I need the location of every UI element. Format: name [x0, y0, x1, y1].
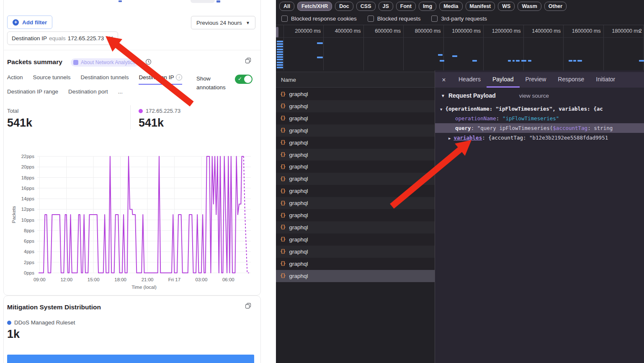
- filter-chip[interactable]: Destination IP equals 172.65.225.73 ✕: [7, 31, 118, 45]
- network-request-row[interactable]: {}graphql: [276, 161, 435, 173]
- detail-tab-payload[interactable]: Payload: [487, 72, 520, 88]
- timeseries-line-dashed: [244, 156, 249, 273]
- timeline-tick-label: 400000 ms: [335, 28, 361, 34]
- json-braces-icon: {}: [280, 236, 285, 242]
- filter-pill-js[interactable]: JS: [379, 2, 393, 11]
- network-request-row[interactable]: {}graphql: [276, 100, 435, 112]
- filter-pill-fetch-xhr[interactable]: Fetch/XHR: [297, 2, 332, 11]
- view-source-link[interactable]: view source: [519, 93, 549, 99]
- tab-label: Action: [7, 74, 23, 80]
- timeline-tick-label: 2: [639, 28, 642, 34]
- network-request-row[interactable]: {}graphql: [276, 258, 435, 270]
- checkbox-box[interactable]: [368, 16, 374, 22]
- filter-pill-other[interactable]: Other: [544, 2, 567, 11]
- collapsed-triangle-icon[interactable]: ▶: [448, 136, 451, 140]
- network-request-row[interactable]: {}graphql: [276, 173, 435, 185]
- filter-pill-img[interactable]: Img: [419, 2, 436, 11]
- dimension-tabs-row-2: Destination IP rangeDestination port...: [7, 88, 123, 98]
- waterfall-mark: [277, 43, 283, 45]
- request-name: graphql: [289, 152, 308, 158]
- packets-timeseries-chart: 0pps2pps4pps6pps8pps10pps12pps14pps16pps…: [10, 152, 259, 291]
- request-list-panel: Name {}graphql{}graphql{}graphql{}graphq…: [276, 70, 435, 363]
- tab-label: Destination port: [68, 88, 108, 95]
- svg-text:03:00: 03:00: [196, 277, 208, 282]
- waterfall-mark: [516, 60, 520, 62]
- tab-action[interactable]: Action: [7, 74, 23, 84]
- time-range-dropdown[interactable]: Previous 24 hours ▼: [191, 16, 255, 29]
- expanded-triangle-icon[interactable]: ▼: [440, 107, 442, 111]
- filter-pill-all[interactable]: All: [279, 2, 294, 11]
- network-request-row[interactable]: {}graphql: [276, 209, 435, 221]
- network-request-row[interactable]: {}graphql: [276, 149, 435, 161]
- waterfall-mark: [639, 60, 644, 62]
- tab-destination-ip[interactable]: Destination IPi: [139, 74, 182, 85]
- close-icon[interactable]: ×: [435, 76, 453, 84]
- filter-pill-media[interactable]: Media: [439, 2, 462, 11]
- tab-source-tunnels[interactable]: Source tunnels: [33, 74, 71, 84]
- checkbox-3rd-party-requests[interactable]: 3rd-party requests: [431, 16, 487, 22]
- filter-operator: equals: [49, 35, 66, 41]
- checkbox-blocked-response-cookies[interactable]: Blocked response cookies: [281, 16, 357, 22]
- scrollbar-thumb[interactable]: [276, 27, 278, 38]
- remove-filter-icon[interactable]: ✕: [108, 35, 113, 41]
- add-filter-button[interactable]: + Add filter: [7, 16, 52, 29]
- code-segment: :: [496, 115, 502, 122]
- waterfall-mark: [277, 49, 283, 50]
- mitigation-card: Mitigation System Distribution DDoS Mana…: [3, 296, 261, 363]
- expand-card-icon[interactable]: [245, 57, 252, 64]
- stat-total-value: 541k: [7, 117, 32, 130]
- network-request-row[interactable]: {}graphql: [276, 270, 435, 282]
- timeline-gridline: [403, 25, 404, 71]
- filter-pill-ws[interactable]: WS: [498, 2, 515, 11]
- tab-[interactable]: ...: [118, 88, 123, 98]
- network-waterfall-overview[interactable]: 200000 ms400000 ms600000 ms800000 ms1000…: [276, 25, 644, 71]
- tab-label: Source tunnels: [33, 74, 71, 80]
- network-request-row[interactable]: {}graphql: [276, 112, 435, 124]
- filter-pill-css[interactable]: CSS: [356, 2, 376, 11]
- checkbox-blocked-requests[interactable]: Blocked requests: [368, 16, 421, 22]
- show-annotations-label: Show annotations: [196, 74, 235, 92]
- payload-line: query: "query ipFlowTimeseries($accountT…: [435, 123, 644, 133]
- waterfall-mark: [277, 54, 283, 55]
- filter-pill-wasm[interactable]: Wasm: [518, 2, 541, 11]
- network-request-row[interactable]: {}graphql: [276, 137, 435, 149]
- network-request-row[interactable]: {}graphql: [276, 197, 435, 209]
- network-request-row[interactable]: {}graphql: [276, 221, 435, 233]
- timeline-gridline: [603, 25, 604, 71]
- detail-tab-response[interactable]: Response: [552, 72, 590, 88]
- detail-tab-bar: × HeadersPayloadPreviewResponseInitiator: [435, 72, 644, 88]
- resource-type-filter-bar: AllFetch/XHRDocCSSJSFontImgMediaManifest…: [276, 0, 644, 13]
- name-column-header[interactable]: Name: [276, 72, 435, 88]
- request-name: graphql: [289, 127, 308, 134]
- code-segment: : {accountTag:: [482, 135, 529, 141]
- detail-tab-initiator[interactable]: Initiator: [590, 72, 621, 88]
- network-request-row[interactable]: {}graphql: [276, 88, 435, 100]
- code-segment: : string: [587, 125, 613, 131]
- show-annotations-toggle[interactable]: ✓: [235, 75, 252, 84]
- network-request-row[interactable]: {}graphql: [276, 124, 435, 137]
- detail-tab-preview[interactable]: Preview: [520, 72, 552, 88]
- expand-card-icon[interactable]: [245, 303, 252, 309]
- svg-text:Time (local): Time (local): [131, 285, 157, 290]
- code-segment: :: [471, 125, 477, 131]
- network-request-row[interactable]: {}graphql: [276, 185, 435, 197]
- checkbox-box[interactable]: [281, 16, 288, 22]
- code-segment: "ipFlowTimeseries": [502, 115, 559, 122]
- json-braces-icon: {}: [280, 261, 285, 267]
- cut-off-ui-artifact: [191, 0, 215, 3]
- code-segment: "b12e3b2192ee5588fdad9951: [529, 135, 608, 141]
- badge-label: About Network Analytics: [81, 60, 135, 65]
- detail-tab-headers[interactable]: Headers: [453, 72, 487, 88]
- collapse-triangle-icon[interactable]: ▼: [441, 93, 445, 98]
- tab-destination-port[interactable]: Destination port: [68, 88, 108, 98]
- checkbox-box[interactable]: [431, 16, 438, 22]
- filter-pill-manifest[interactable]: Manifest: [466, 2, 495, 11]
- network-request-row[interactable]: {}graphql: [276, 246, 435, 258]
- tab-destination-tunnels[interactable]: Destination tunnels: [81, 74, 129, 84]
- tab-destination-ip-range[interactable]: Destination IP range: [7, 88, 58, 98]
- network-request-row[interactable]: {}graphql: [276, 233, 435, 246]
- filter-pill-doc[interactable]: Doc: [335, 2, 353, 11]
- filter-pill-font[interactable]: Font: [396, 2, 416, 11]
- about-network-analytics-badge[interactable]: About Network Analytics: [71, 58, 139, 67]
- waterfall-mark: [452, 55, 457, 57]
